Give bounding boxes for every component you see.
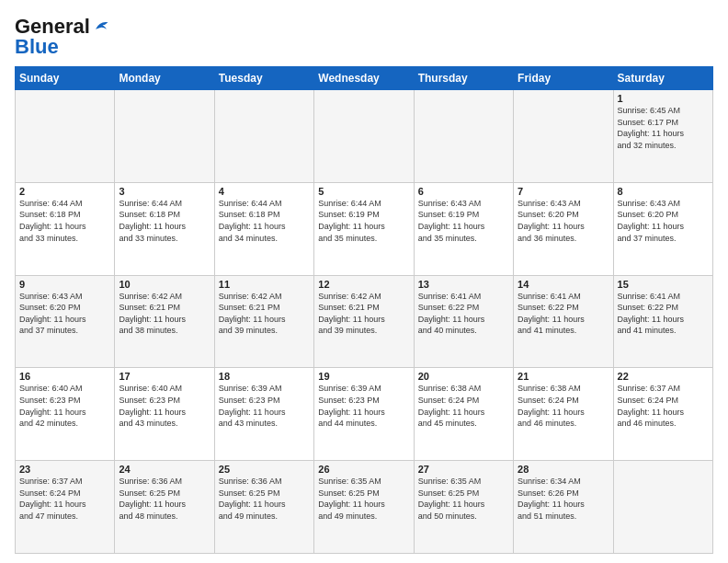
calendar-week-0: 1Sunrise: 6:45 AM Sunset: 6:17 PM Daylig…: [16, 90, 713, 183]
calendar-header-sunday: Sunday: [16, 67, 115, 90]
day-number: 8: [618, 186, 709, 197]
day-number: 28: [518, 464, 609, 475]
day-number: 9: [19, 279, 110, 290]
header: General Blue: [15, 15, 713, 59]
calendar-cell: 16Sunrise: 6:40 AM Sunset: 6:23 PM Dayli…: [16, 368, 115, 461]
calendar-cell: 7Sunrise: 6:43 AM Sunset: 6:20 PM Daylig…: [514, 182, 613, 275]
calendar-cell: 26Sunrise: 6:35 AM Sunset: 6:25 PM Dayli…: [314, 461, 414, 554]
day-number: 24: [119, 464, 210, 475]
calendar-cell: [115, 90, 214, 183]
calendar-header-tuesday: Tuesday: [214, 67, 313, 90]
calendar-cell: [314, 90, 414, 183]
day-info: Sunrise: 6:44 AM Sunset: 6:18 PM Dayligh…: [219, 198, 310, 244]
day-info: Sunrise: 6:43 AM Sunset: 6:20 PM Dayligh…: [19, 291, 110, 337]
day-number: 15: [618, 279, 709, 290]
day-info: Sunrise: 6:41 AM Sunset: 6:22 PM Dayligh…: [518, 291, 609, 337]
day-info: Sunrise: 6:41 AM Sunset: 6:22 PM Dayligh…: [618, 291, 709, 337]
calendar-cell: 1Sunrise: 6:45 AM Sunset: 6:17 PM Daylig…: [613, 90, 712, 183]
day-info: Sunrise: 6:38 AM Sunset: 6:24 PM Dayligh…: [518, 383, 609, 429]
calendar-cell: 19Sunrise: 6:39 AM Sunset: 6:23 PM Dayli…: [314, 368, 414, 461]
day-info: Sunrise: 6:44 AM Sunset: 6:19 PM Dayligh…: [318, 198, 409, 244]
calendar-cell: 22Sunrise: 6:37 AM Sunset: 6:24 PM Dayli…: [613, 368, 712, 461]
calendar-cell: 10Sunrise: 6:42 AM Sunset: 6:21 PM Dayli…: [115, 275, 214, 368]
calendar-header-friday: Friday: [514, 67, 613, 90]
day-number: 4: [219, 186, 310, 197]
day-info: Sunrise: 6:42 AM Sunset: 6:21 PM Dayligh…: [318, 291, 409, 337]
calendar-cell: 13Sunrise: 6:41 AM Sunset: 6:22 PM Dayli…: [414, 275, 513, 368]
day-number: 18: [219, 371, 310, 382]
day-info: Sunrise: 6:37 AM Sunset: 6:24 PM Dayligh…: [618, 383, 709, 429]
calendar-header-monday: Monday: [115, 67, 214, 90]
day-number: 11: [219, 279, 310, 290]
day-info: Sunrise: 6:34 AM Sunset: 6:26 PM Dayligh…: [518, 476, 609, 522]
calendar-cell: [214, 90, 313, 183]
day-info: Sunrise: 6:41 AM Sunset: 6:22 PM Dayligh…: [418, 291, 509, 337]
day-info: Sunrise: 6:44 AM Sunset: 6:18 PM Dayligh…: [119, 198, 210, 244]
calendar-header-thursday: Thursday: [414, 67, 513, 90]
calendar-week-4: 23Sunrise: 6:37 AM Sunset: 6:24 PM Dayli…: [16, 461, 713, 554]
day-info: Sunrise: 6:40 AM Sunset: 6:23 PM Dayligh…: [19, 383, 110, 429]
calendar-header-saturday: Saturday: [613, 67, 712, 90]
calendar-cell: 23Sunrise: 6:37 AM Sunset: 6:24 PM Dayli…: [16, 461, 115, 554]
calendar-header-row: SundayMondayTuesdayWednesdayThursdayFrid…: [16, 67, 713, 90]
day-number: 19: [318, 371, 409, 382]
day-number: 26: [318, 464, 409, 475]
day-info: Sunrise: 6:36 AM Sunset: 6:25 PM Dayligh…: [119, 476, 210, 522]
calendar-week-1: 2Sunrise: 6:44 AM Sunset: 6:18 PM Daylig…: [16, 182, 713, 275]
calendar-cell: 18Sunrise: 6:39 AM Sunset: 6:23 PM Dayli…: [214, 368, 313, 461]
day-number: 12: [318, 279, 409, 290]
calendar-cell: [414, 90, 513, 183]
day-info: Sunrise: 6:36 AM Sunset: 6:25 PM Dayligh…: [219, 476, 310, 522]
calendar-cell: 8Sunrise: 6:43 AM Sunset: 6:20 PM Daylig…: [613, 182, 712, 275]
day-number: 10: [119, 279, 210, 290]
day-number: 14: [518, 279, 609, 290]
day-info: Sunrise: 6:35 AM Sunset: 6:25 PM Dayligh…: [318, 476, 409, 522]
day-number: 23: [19, 464, 110, 475]
day-number: 16: [19, 371, 110, 382]
day-info: Sunrise: 6:39 AM Sunset: 6:23 PM Dayligh…: [219, 383, 310, 429]
day-info: Sunrise: 6:40 AM Sunset: 6:23 PM Dayligh…: [119, 383, 210, 429]
day-number: 13: [418, 279, 509, 290]
day-number: 20: [418, 371, 509, 382]
calendar-cell: 12Sunrise: 6:42 AM Sunset: 6:21 PM Dayli…: [314, 275, 414, 368]
logo-blue: Blue: [15, 35, 59, 59]
calendar-cell: [16, 90, 115, 183]
calendar-week-3: 16Sunrise: 6:40 AM Sunset: 6:23 PM Dayli…: [16, 368, 713, 461]
day-info: Sunrise: 6:43 AM Sunset: 6:20 PM Dayligh…: [618, 198, 709, 244]
day-number: 3: [119, 186, 210, 197]
calendar-cell: 9Sunrise: 6:43 AM Sunset: 6:20 PM Daylig…: [16, 275, 115, 368]
day-info: Sunrise: 6:42 AM Sunset: 6:21 PM Dayligh…: [219, 291, 310, 337]
day-number: 7: [518, 186, 609, 197]
page: General Blue SundayMondayTuesdayWednesda…: [0, 0, 728, 563]
calendar-header-wednesday: Wednesday: [314, 67, 414, 90]
day-number: 2: [19, 186, 110, 197]
day-info: Sunrise: 6:37 AM Sunset: 6:24 PM Dayligh…: [19, 476, 110, 522]
day-number: 27: [418, 464, 509, 475]
calendar-cell: 5Sunrise: 6:44 AM Sunset: 6:19 PM Daylig…: [314, 182, 414, 275]
calendar-cell: 2Sunrise: 6:44 AM Sunset: 6:18 PM Daylig…: [16, 182, 115, 275]
day-number: 17: [119, 371, 210, 382]
day-number: 1: [618, 93, 709, 104]
calendar-cell: 24Sunrise: 6:36 AM Sunset: 6:25 PM Dayli…: [115, 461, 214, 554]
calendar-cell: 27Sunrise: 6:35 AM Sunset: 6:25 PM Dayli…: [414, 461, 513, 554]
calendar-cell: 28Sunrise: 6:34 AM Sunset: 6:26 PM Dayli…: [514, 461, 613, 554]
day-number: 22: [618, 371, 709, 382]
day-number: 21: [518, 371, 609, 382]
day-number: 25: [219, 464, 310, 475]
calendar-cell: 6Sunrise: 6:43 AM Sunset: 6:19 PM Daylig…: [414, 182, 513, 275]
calendar-cell: 15Sunrise: 6:41 AM Sunset: 6:22 PM Dayli…: [613, 275, 712, 368]
day-info: Sunrise: 6:39 AM Sunset: 6:23 PM Dayligh…: [318, 383, 409, 429]
day-info: Sunrise: 6:43 AM Sunset: 6:20 PM Dayligh…: [518, 198, 609, 244]
calendar-table: SundayMondayTuesdayWednesdayThursdayFrid…: [15, 66, 713, 554]
day-number: 6: [418, 186, 509, 197]
calendar-cell: 25Sunrise: 6:36 AM Sunset: 6:25 PM Dayli…: [214, 461, 313, 554]
day-number: 5: [318, 186, 409, 197]
calendar-week-2: 9Sunrise: 6:43 AM Sunset: 6:20 PM Daylig…: [16, 275, 713, 368]
logo: General Blue: [15, 15, 109, 59]
logo-bird-icon: [93, 19, 109, 32]
calendar-cell: 14Sunrise: 6:41 AM Sunset: 6:22 PM Dayli…: [514, 275, 613, 368]
day-info: Sunrise: 6:43 AM Sunset: 6:19 PM Dayligh…: [418, 198, 509, 244]
calendar-cell: [613, 461, 712, 554]
calendar-cell: 4Sunrise: 6:44 AM Sunset: 6:18 PM Daylig…: [214, 182, 313, 275]
calendar-cell: [514, 90, 613, 183]
